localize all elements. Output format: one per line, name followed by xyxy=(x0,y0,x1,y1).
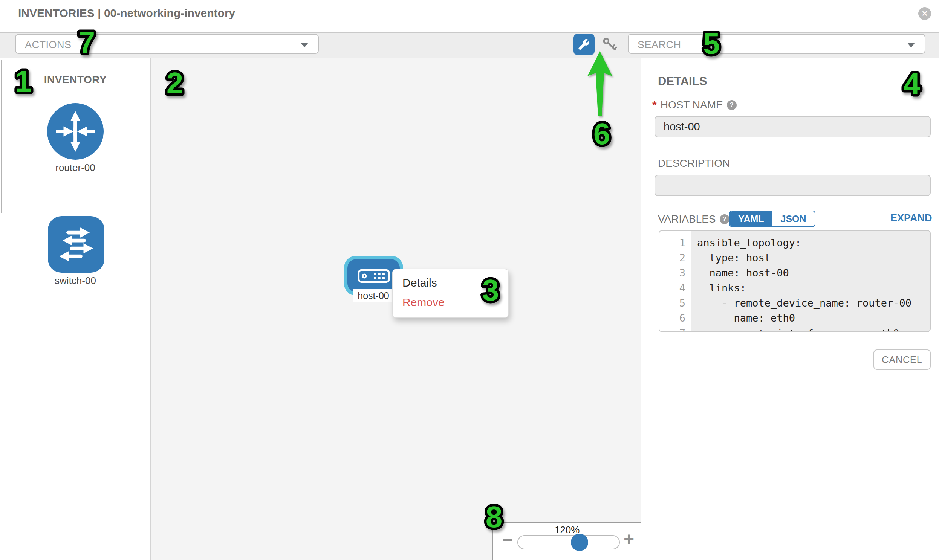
format-toggle: YAML JSON xyxy=(729,211,816,227)
editor-code: ansible_topology: type: host name: host-… xyxy=(691,231,911,331)
host-name-input[interactable]: host-00 xyxy=(655,116,931,137)
line-number: 6 xyxy=(659,311,691,326)
app-window: INVENTORIES | 00-networking-inventory ✕ … xyxy=(0,0,939,560)
search-dropdown-label: SEARCH xyxy=(638,39,681,51)
actions-dropdown[interactable]: ACTIONS xyxy=(15,34,319,54)
host-name-label: HOST NAME xyxy=(660,99,723,111)
cancel-button[interactable]: CANCEL xyxy=(873,349,931,370)
code-line: - remote_device_name: router-00 xyxy=(697,295,911,311)
zoom-in-button[interactable]: + xyxy=(624,532,634,547)
expand-link[interactable]: EXPAND xyxy=(890,212,932,224)
zoom-slider-thumb[interactable] xyxy=(571,534,588,551)
code-line: name: host-00 xyxy=(697,266,911,280)
host-node-label: host-00 xyxy=(353,289,393,302)
key-button[interactable] xyxy=(601,35,619,54)
line-number: 5 xyxy=(659,295,691,311)
zoom-level-value: 120% xyxy=(493,524,641,536)
chevron-down-icon xyxy=(301,43,308,48)
code-line: remote_interface_name: eth0 xyxy=(697,326,911,332)
device-label: switch-00 xyxy=(0,275,151,286)
details-heading: DETAILS xyxy=(658,75,707,88)
inventory-heading: INVENTORY xyxy=(0,74,151,86)
wrench-icon xyxy=(578,38,590,51)
router-icon xyxy=(47,103,103,160)
zoom-out-button[interactable]: − xyxy=(502,532,513,548)
line-number: 3 xyxy=(659,266,691,280)
description-label: DESCRIPTION xyxy=(658,157,730,169)
chevron-down-icon xyxy=(907,43,915,48)
required-marker: * xyxy=(652,98,657,111)
description-input[interactable] xyxy=(655,175,931,196)
help-icon[interactable]: ? xyxy=(720,214,729,224)
variables-label-row: VARIABLES ? xyxy=(658,213,729,225)
variables-editor[interactable]: 1 2 3 4 5 6 7 ansible_topology: type: ho… xyxy=(658,230,931,332)
help-icon[interactable]: ? xyxy=(727,100,737,110)
line-number: 4 xyxy=(659,280,691,295)
toggle-json[interactable]: JSON xyxy=(772,211,815,226)
menu-item-remove[interactable]: Remove xyxy=(402,296,508,308)
code-line: links: xyxy=(697,280,911,295)
zoom-slider[interactable] xyxy=(517,535,620,549)
key-icon xyxy=(601,36,618,53)
editor-gutter: 1 2 3 4 5 6 7 xyxy=(659,231,691,331)
switch-icon xyxy=(48,216,104,273)
device-label: router-00 xyxy=(0,162,151,174)
code-line: ansible_topology: xyxy=(697,235,911,251)
code-line: type: host xyxy=(697,251,911,266)
context-menu: Details Remove xyxy=(392,269,509,318)
toolkit-button[interactable] xyxy=(574,34,595,55)
menu-item-details[interactable]: Details xyxy=(402,277,508,289)
device-router[interactable] xyxy=(47,103,103,160)
line-number: 7 xyxy=(659,326,691,332)
code-line: name: eth0 xyxy=(697,311,911,326)
zoom-control-panel: 120% − + xyxy=(492,522,641,560)
toggle-yaml[interactable]: YAML xyxy=(730,211,772,226)
actions-dropdown-label: ACTIONS xyxy=(25,39,72,51)
search-dropdown[interactable]: SEARCH xyxy=(628,34,925,54)
line-number: 2 xyxy=(659,251,691,266)
line-number: 1 xyxy=(659,235,691,251)
variables-label: VARIABLES xyxy=(658,213,716,225)
page-title: INVENTORIES | 00-networking-inventory xyxy=(18,7,235,20)
device-switch[interactable] xyxy=(48,216,104,273)
host-icon xyxy=(358,267,390,284)
close-icon[interactable]: ✕ xyxy=(918,7,931,20)
host-name-label-row: * HOST NAME ? xyxy=(652,98,737,111)
